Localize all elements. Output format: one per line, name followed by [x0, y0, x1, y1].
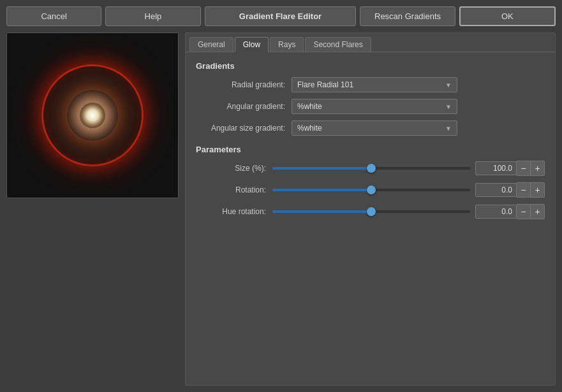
- size-value-group: − +: [475, 161, 545, 176]
- size-label: Size (%):: [196, 164, 272, 173]
- parameters-section: Parameters Size (%): − + Rotation:: [196, 145, 545, 219]
- radial-gradient-arrow-icon: ▼: [445, 82, 452, 89]
- rotation-plus-button[interactable]: +: [531, 182, 545, 198]
- hue-rotation-plus-button[interactable]: +: [531, 204, 545, 219]
- radial-gradient-label: Radial gradient:: [196, 80, 292, 89]
- radial-gradient-value: Flare Radial 101: [297, 80, 353, 89]
- flare-glow-inner: [80, 103, 105, 128]
- tab-glow[interactable]: Glow: [235, 37, 269, 52]
- rotation-slider[interactable]: [272, 189, 470, 191]
- parameters-section-title: Parameters: [196, 145, 545, 154]
- right-panel: General Glow Rays Second Flares Gradient…: [185, 33, 556, 386]
- hue-rotation-slider-container: [272, 205, 470, 218]
- tab-general[interactable]: General: [189, 37, 233, 52]
- size-minus-button[interactable]: −: [517, 161, 531, 176]
- radial-gradient-dropdown[interactable]: Flare Radial 101 ▼: [292, 77, 457, 92]
- rotation-row: Rotation: − +: [196, 182, 545, 198]
- rotation-slider-container: [272, 184, 470, 196]
- angular-gradient-row: Angular gradient: %white ▼: [196, 99, 545, 114]
- angular-size-gradient-value: %white: [297, 124, 322, 133]
- angular-gradient-label: Angular gradient:: [196, 102, 292, 111]
- hue-rotation-value-group: − +: [475, 204, 545, 219]
- rotation-value-group: − +: [475, 182, 545, 198]
- angular-size-gradient-row: Angular size gradient: %white ▼: [196, 120, 545, 136]
- tab-second-flares[interactable]: Second Flares: [305, 37, 371, 52]
- preview-panel: [6, 33, 179, 198]
- rotation-label: Rotation:: [196, 185, 272, 194]
- toolbar: Cancel Help Gradient Flare Editor Rescan…: [6, 6, 556, 26]
- main-content: General Glow Rays Second Flares Gradient…: [6, 33, 556, 386]
- angular-gradient-value: %white: [297, 102, 322, 111]
- radial-gradient-row: Radial gradient: Flare Radial 101 ▼: [196, 77, 545, 92]
- hue-rotation-label: Hue rotation:: [196, 207, 272, 216]
- size-slider-container: [272, 162, 470, 175]
- size-slider[interactable]: [272, 167, 470, 170]
- hue-rotation-input[interactable]: [475, 205, 517, 219]
- help-button[interactable]: Help: [105, 6, 200, 26]
- ok-button[interactable]: OK: [459, 6, 556, 26]
- hue-rotation-row: Hue rotation: − +: [196, 204, 545, 219]
- panel-content: Gradients Radial gradient: Flare Radial …: [186, 52, 555, 385]
- hue-rotation-minus-button[interactable]: −: [517, 204, 531, 219]
- flare-preview: [7, 33, 178, 198]
- hue-rotation-slider[interactable]: [272, 210, 470, 213]
- rescan-button[interactable]: Rescan Gradients: [360, 6, 455, 26]
- size-input[interactable]: [475, 161, 517, 175]
- angular-size-gradient-label: Angular size gradient:: [196, 124, 292, 133]
- cancel-button[interactable]: Cancel: [6, 6, 101, 26]
- editor-title: Gradient Flare Editor: [205, 6, 357, 26]
- size-plus-button[interactable]: +: [531, 161, 545, 176]
- size-row: Size (%): − +: [196, 161, 545, 176]
- angular-gradient-arrow-icon: ▼: [445, 103, 452, 110]
- angular-size-gradient-arrow-icon: ▼: [445, 125, 452, 132]
- angular-gradient-dropdown[interactable]: %white ▼: [292, 99, 457, 114]
- tabs-bar: General Glow Rays Second Flares: [186, 33, 555, 52]
- rotation-input[interactable]: [475, 183, 517, 197]
- tab-rays[interactable]: Rays: [270, 37, 304, 52]
- rotation-minus-button[interactable]: −: [517, 182, 531, 198]
- angular-size-gradient-dropdown[interactable]: %white ▼: [292, 120, 457, 136]
- gradients-section-title: Gradients: [196, 61, 545, 71]
